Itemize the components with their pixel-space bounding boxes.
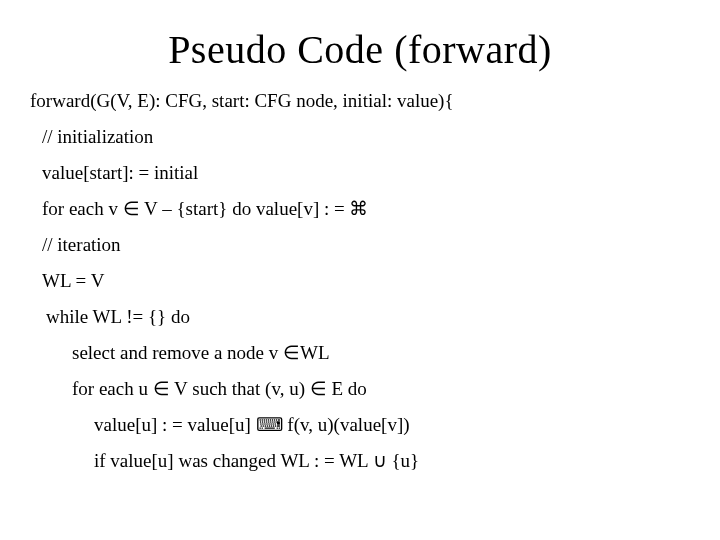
code-line-init-loop: for each v ∈ V – {start} do value[v] : =… (30, 199, 690, 218)
code-line-foreach-succ: for each u ∈ V such that (v, u) ∈ E do (30, 379, 690, 398)
code-line-select: select and remove a node v ∈WL (30, 343, 690, 362)
code-line-init-comment: // initialization (30, 127, 690, 146)
code-line-signature: forward(G(V, E): CFG, start: CFG node, i… (30, 91, 690, 110)
code-line-wl-init: WL = V (30, 271, 690, 290)
code-line-enqueue: if value[u] was changed WL : = WL ∪ {u} (30, 451, 690, 470)
pseudocode-block: forward(G(V, E): CFG, start: CFG node, i… (30, 91, 690, 470)
slide: Pseudo Code (forward) forward(G(V, E): C… (0, 0, 720, 540)
code-line-iter-comment: // iteration (30, 235, 690, 254)
code-line-init-start: value[start]: = initial (30, 163, 690, 182)
code-line-update: value[u] : = value[u] ⌨ f(v, u)(value[v]… (30, 415, 690, 434)
slide-title: Pseudo Code (forward) (30, 26, 690, 73)
code-line-while: while WL != {} do (30, 307, 690, 326)
